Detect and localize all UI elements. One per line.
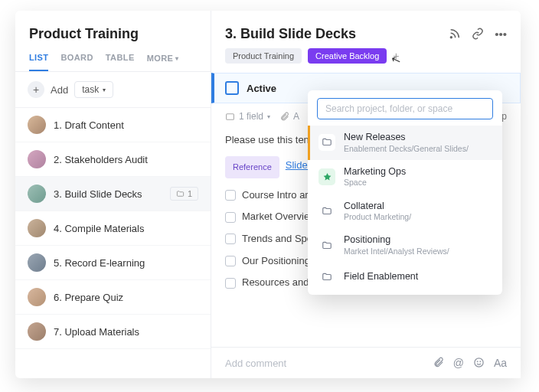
avatar — [28, 322, 46, 341]
task-list: 1. Draft Content 2. Stakeholders Audit 3… — [15, 108, 211, 378]
sidebar: Product Training LIST BOARD TABLE MORE▾ … — [15, 11, 211, 378]
comment-actions: @ Aa — [433, 357, 507, 369]
add-tag-button[interactable]: + ↖ — [393, 50, 399, 62]
tag-product-training[interactable]: Product Training — [225, 48, 302, 64]
folder-icon — [318, 269, 335, 286]
svg-point-0 — [451, 37, 452, 38]
project-search-popover: New ReleasesEnablement Decks/General Sli… — [308, 90, 502, 295]
sidebar-title: Product Training — [29, 26, 197, 42]
emoji-icon[interactable] — [473, 357, 485, 369]
add-task-row[interactable]: + Add task▾ — [15, 72, 211, 108]
svg-rect-1 — [227, 113, 234, 119]
list-item-label: 2. Stakeholders Audit — [54, 154, 148, 165]
task-type-selector[interactable]: task▾ — [74, 81, 113, 98]
list-item[interactable]: 2. Stakeholders Audit — [15, 142, 211, 177]
avatar — [28, 150, 46, 168]
status-label: Active — [247, 83, 276, 94]
attachment-icon[interactable] — [433, 357, 444, 369]
comment-bar[interactable]: Add comment @ Aa — [211, 347, 521, 378]
comment-placeholder[interactable]: Add comment — [225, 358, 433, 369]
list-item[interactable]: 3. Build Slide Decks 1 — [15, 177, 211, 211]
plus-icon[interactable]: + — [28, 81, 44, 98]
app-window: Product Training LIST BOARD TABLE MORE▾ … — [15, 11, 521, 378]
popover-item[interactable]: New ReleasesEnablement Decks/General Sli… — [308, 126, 502, 160]
popover-item[interactable]: PositioningMarket Intel/Analyst Reviews/ — [308, 228, 502, 263]
list-item-label: 4. Compile Materials — [54, 223, 145, 234]
field-icon — [225, 112, 235, 122]
list-item[interactable]: 7. Upload Materials — [15, 315, 211, 349]
chevron-down-icon: ▾ — [103, 87, 106, 93]
avatar — [28, 185, 46, 203]
sidebar-header: Product Training — [15, 11, 211, 47]
tag-reference[interactable]: Reference — [225, 156, 279, 178]
tag-creative-backlog[interactable]: Creative Backlog — [308, 48, 387, 64]
search-input[interactable] — [325, 103, 485, 114]
checkbox-icon[interactable] — [225, 212, 236, 223]
avatar — [28, 116, 46, 134]
tab-more[interactable]: MORE▾ — [147, 53, 179, 71]
attach-button[interactable]: A — [279, 111, 299, 122]
svg-point-2 — [475, 358, 483, 367]
format-icon[interactable]: Aa — [494, 357, 507, 369]
add-label: Add — [51, 84, 68, 96]
folder-icon — [318, 134, 335, 151]
avatar — [28, 288, 46, 306]
tag-row: Product Training Creative Backlog + ↖ — [211, 48, 521, 73]
list-item[interactable]: 1. Draft Content — [15, 108, 211, 142]
folder-icon — [176, 190, 185, 198]
popover-search[interactable] — [317, 98, 493, 119]
list-item-label: 5. Record E-learning — [54, 257, 145, 269]
list-item[interactable]: 4. Compile Materials — [15, 211, 211, 246]
detail-header-actions: ••• — [449, 28, 507, 41]
chevron-down-icon: ▾ — [175, 55, 178, 62]
folder-icon — [318, 203, 335, 220]
detail-title: 3. Build Slide Decks — [225, 26, 356, 42]
sidebar-tabs: LIST BOARD TABLE MORE▾ — [15, 47, 211, 72]
checkbox-icon[interactable] — [225, 256, 236, 266]
rss-icon[interactable] — [449, 28, 461, 41]
tab-board[interactable]: BOARD — [60, 53, 93, 71]
list-item-label: 6. Prepare Quiz — [54, 292, 123, 303]
list-item-label: 3. Build Slide Decks — [54, 188, 142, 200]
svg-point-3 — [477, 361, 478, 362]
checkbox-icon[interactable] — [225, 278, 236, 289]
field-count[interactable]: 1 field▾ — [225, 111, 270, 122]
more-icon[interactable]: ••• — [495, 28, 507, 41]
space-icon — [318, 168, 335, 185]
folder-count-chip: 1 — [170, 187, 198, 201]
avatar — [28, 219, 46, 237]
list-item-label: 1. Draft Content — [54, 119, 124, 131]
tab-list[interactable]: LIST — [29, 53, 48, 71]
attachment-icon — [279, 112, 289, 122]
checkbox-icon[interactable] — [225, 234, 236, 244]
list-item-label: 7. Upload Materials — [54, 326, 139, 338]
list-item[interactable]: 6. Prepare Quiz — [15, 280, 211, 315]
link-icon[interactable] — [472, 28, 484, 41]
status-checkbox[interactable] — [225, 81, 239, 95]
svg-point-4 — [480, 361, 481, 362]
tab-table[interactable]: TABLE — [106, 53, 135, 71]
popover-item[interactable]: CollateralProduct Marketing/ — [308, 194, 502, 229]
list-item[interactable]: 5. Record E-learning — [15, 246, 211, 280]
avatar — [28, 253, 46, 272]
popover-item[interactable]: Marketing OpsSpace — [308, 160, 502, 194]
mention-icon[interactable]: @ — [453, 357, 464, 369]
popover-item[interactable]: Field Enablement — [308, 263, 502, 292]
folder-icon — [318, 237, 335, 254]
cursor-icon: ↖ — [390, 51, 403, 67]
detail-header: 3. Build Slide Decks ••• — [211, 11, 521, 48]
checkbox-icon[interactable] — [225, 190, 236, 201]
